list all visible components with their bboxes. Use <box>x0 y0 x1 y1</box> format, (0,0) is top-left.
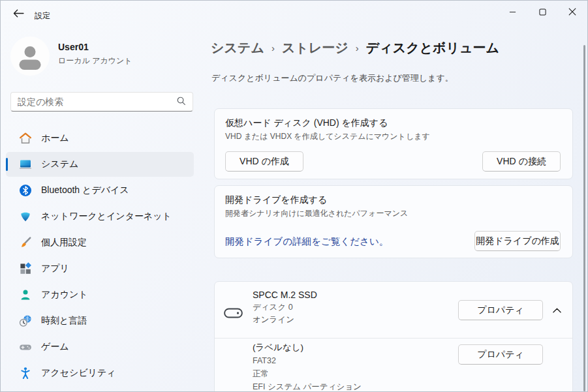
vhd-card: 仮想ハード ディスク (VHD) を作成する VHD または VHDX を作成し… <box>214 108 573 179</box>
volume-properties-button[interactable]: プロパティ <box>458 344 543 365</box>
disk-drive-icon <box>224 307 243 319</box>
sidebar-item-apps[interactable]: アプリ <box>6 256 194 281</box>
personalization-icon <box>19 236 32 249</box>
search-icon <box>176 96 186 108</box>
home-icon <box>19 132 32 145</box>
close-icon <box>568 7 576 18</box>
breadcrumb: システム › ストレージ › ディスクとボリューム <box>211 39 499 57</box>
minimize-button[interactable] <box>497 1 527 24</box>
maximize-button[interactable] <box>527 1 557 24</box>
volume-info: (ラベルなし) FAT32 正常 EFI システム パーティション <box>253 341 362 392</box>
page-subtitle: ディスクとボリュームのプロパティを表示および管理します。 <box>211 72 454 84</box>
collapse-disk-button[interactable] <box>549 302 565 318</box>
sidebar-item-label: ホーム <box>41 132 69 144</box>
sidebar-item-label: 時刻と言語 <box>41 315 87 327</box>
sidebar-item-label: アカウント <box>41 289 88 301</box>
create-dev-drive-button[interactable]: 開発ドライブの作成 <box>474 231 561 251</box>
sidebar-item-label: アクセシビリティ <box>41 367 116 379</box>
network-icon <box>19 210 32 223</box>
maximize-icon <box>539 7 546 18</box>
sidebar-item-network-internet[interactable]: ネットワークとインターネット <box>6 204 194 229</box>
volume-filesystem: FAT32 <box>253 354 362 367</box>
sidebar-item-label: ネットワークとインターネット <box>41 211 172 222</box>
sidebar-item-label: ゲーム <box>41 341 69 353</box>
sidebar: User01 ローカル アカウント ホーム システム <box>1 27 203 391</box>
user-account-type: ローカル アカウント <box>58 55 132 67</box>
attach-vhd-button[interactable]: VHD の接続 <box>482 151 561 172</box>
disk-number: ディスク 0 <box>253 301 317 314</box>
window-controls <box>497 1 587 24</box>
accessibility-icon <box>19 367 32 380</box>
minimize-icon <box>509 7 516 18</box>
titlebar: 設定 <box>1 1 587 27</box>
close-button[interactable] <box>557 1 587 24</box>
gaming-icon <box>19 340 32 354</box>
chevron-up-icon <box>553 304 561 316</box>
settings-window: 設定 User01 ローカル アカウント <box>0 0 588 392</box>
sidebar-item-label: 個人用設定 <box>41 237 87 249</box>
search-box[interactable] <box>10 92 193 112</box>
bluetooth-icon <box>19 184 32 197</box>
back-icon <box>13 8 24 20</box>
page-title: ディスクとボリューム <box>366 39 499 57</box>
main-content: システム › ストレージ › ディスクとボリューム ディスクとボリュームのプロパ… <box>211 27 587 391</box>
sidebar-item-bluetooth-devices[interactable]: Bluetooth とデバイス <box>6 178 194 203</box>
back-button[interactable] <box>7 6 29 23</box>
sidebar-item-gaming[interactable]: ゲーム <box>6 335 194 359</box>
sidebar-item-time-language[interactable]: 時刻と言語 <box>6 309 194 333</box>
divider <box>215 338 572 339</box>
dev-drive-card-title: 開発ドライブを作成する <box>225 194 327 206</box>
sidebar-item-label: Bluetooth とデバイス <box>41 185 129 196</box>
sidebar-item-accessibility[interactable]: アクセシビリティ <box>6 361 194 385</box>
disk-properties-button[interactable]: プロパティ <box>458 300 543 320</box>
user-name: User01 <box>58 42 89 52</box>
volume-partition-type: EFI システム パーティション <box>253 380 362 392</box>
disk-info: SPCC M.2 SSD ディスク 0 オンライン <box>253 289 317 326</box>
create-vhd-button[interactable]: VHD の作成 <box>225 151 303 172</box>
chevron-right-icon: › <box>356 42 359 53</box>
disk-name: SPCC M.2 SSD <box>253 289 317 301</box>
sidebar-item-home[interactable]: ホーム <box>6 126 194 151</box>
vertical-scrollbar[interactable] <box>583 45 585 391</box>
accounts-icon <box>19 288 32 301</box>
apps-icon <box>19 262 32 275</box>
breadcrumb-system[interactable]: システム <box>211 39 264 57</box>
volume-label: (ラベルなし) <box>253 341 362 354</box>
sidebar-item-label: システム <box>41 158 78 170</box>
chevron-right-icon: › <box>271 42 275 53</box>
system-icon <box>19 158 32 171</box>
dev-drive-learn-more-link[interactable]: 開発ドライブの詳細をご覧ください。 <box>225 235 388 248</box>
sidebar-nav: ホーム システム Bluetooth とデバイス <box>6 126 194 387</box>
volume-health: 正常 <box>253 367 362 380</box>
search-input[interactable] <box>18 97 176 107</box>
selected-accent-bar <box>6 158 8 171</box>
breadcrumb-storage[interactable]: ストレージ <box>282 39 348 57</box>
sidebar-item-accounts[interactable]: アカウント <box>6 282 194 307</box>
sidebar-item-personalization[interactable]: 個人用設定 <box>6 230 194 255</box>
sidebar-item-label: アプリ <box>41 263 69 275</box>
time-language-icon <box>19 314 32 327</box>
dev-drive-card: 開発ドライブを作成する 開発者シナリオ向けに最適化されたパフォーマンス 開発ドラ… <box>214 185 573 258</box>
avatar[interactable] <box>10 37 50 76</box>
disk-status: オンライン <box>253 314 317 326</box>
vhd-card-title: 仮想ハード ディスク (VHD) を作成する <box>225 117 388 129</box>
window-title: 設定 <box>35 10 50 22</box>
dev-drive-card-description: 開発者シナリオ向けに最適化されたパフォーマンス <box>225 208 408 219</box>
disk-card: SPCC M.2 SSD ディスク 0 オンライン プロパティ (ラベルなし) … <box>214 281 573 392</box>
sidebar-item-system[interactable]: システム <box>6 152 194 177</box>
vhd-card-description: VHD または VHDX を作成してシステムにマウントします <box>225 131 430 142</box>
